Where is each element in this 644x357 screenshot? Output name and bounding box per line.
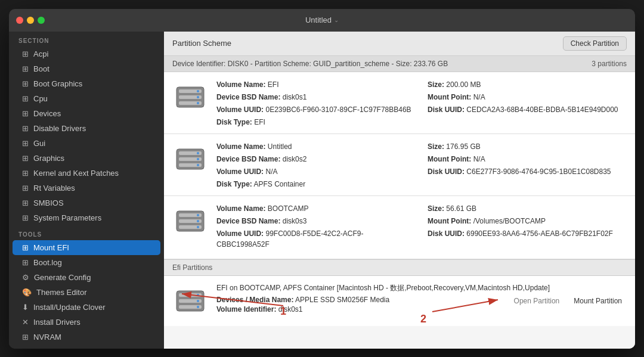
- sidebar-item-smbios[interactable]: ⊞ SMBIOS: [13, 195, 160, 210]
- grid-icon: ⊞: [22, 184, 29, 193]
- svg-point-18: [197, 214, 199, 216]
- disk-icon-2: [172, 141, 208, 177]
- tools-label: TOOLS: [9, 225, 164, 240]
- grid-icon: ⊞: [22, 213, 29, 222]
- title-dropdown-icon[interactable]: ⌄: [334, 17, 339, 23]
- main-content: SECTION ⊞ Acpi ⊞ Boot ⊞ Boot Graphics ⊞ …: [9, 32, 635, 349]
- install-drivers-icon: ✕: [22, 318, 29, 327]
- traffic-lights: [16, 17, 45, 24]
- install-icon: ⬇: [22, 303, 29, 312]
- close-button[interactable]: [16, 17, 23, 24]
- grid-icon: ⊞: [22, 109, 29, 118]
- sidebar: SECTION ⊞ Acpi ⊞ Boot ⊞ Boot Graphics ⊞ …: [9, 32, 164, 349]
- efi-title: EFI on BOOTCAMP, APFS Container [Macinto…: [216, 283, 627, 293]
- sidebar-item-install-update-clover[interactable]: ⬇ Install/Update Clover: [13, 300, 160, 315]
- efi-action-buttons: Open Partition Mount Partition: [509, 295, 627, 307]
- svg-point-11: [197, 152, 199, 154]
- disk-icon-1: [172, 79, 208, 115]
- efi-disk-icon: [172, 283, 208, 319]
- annotation-2: 2: [420, 313, 426, 325]
- maximize-button[interactable]: [38, 17, 45, 24]
- svg-point-12: [197, 158, 199, 160]
- efi-disk-svg: [174, 285, 206, 317]
- titlebar: Untitled ⌄: [9, 9, 635, 32]
- disk-svg-1: [174, 81, 206, 113]
- svg-point-13: [197, 164, 199, 166]
- sidebar-item-acpi[interactable]: ⊞ Acpi: [13, 46, 160, 61]
- grid-icon: ⊞: [22, 79, 29, 88]
- sidebar-item-boot-log[interactable]: ⊞ Boot.log: [13, 255, 160, 270]
- partition-info-2: Volume Name: Untitled Device BSD Name: d…: [216, 141, 627, 188]
- partition-info-3: Volume Name: BOOTCAMP Device BSD Name: d…: [216, 203, 627, 252]
- grid-icon: ⊞: [22, 124, 29, 133]
- partitions-list: Volume Name: EFI Device BSD Name: disk0s…: [164, 72, 635, 349]
- check-partition-button[interactable]: Check Partition: [563, 36, 627, 51]
- uefi-icon: ⊞: [22, 347, 29, 349]
- generate-config-icon: ⚙: [22, 273, 29, 282]
- mount-partition-button[interactable]: Mount Partition: [569, 295, 627, 307]
- disk-svg-2: [174, 143, 206, 175]
- svg-point-5: [197, 96, 199, 98]
- partition-info-1: Volume Name: EFI Device BSD Name: disk0s…: [216, 79, 627, 126]
- partition-item-efi: Volume Name: EFI Device BSD Name: disk0s…: [164, 72, 635, 134]
- disk-svg-3: [174, 205, 206, 237]
- grid-icon: ⊞: [22, 64, 29, 73]
- window-title: Untitled ⌄: [305, 15, 339, 24]
- sidebar-item-gui[interactable]: ⊞ Gui: [13, 136, 160, 151]
- sidebar-item-rt-variables[interactable]: ⊞ Rt Variables: [13, 181, 160, 195]
- efi-section-label: Efi Partitions: [164, 259, 635, 276]
- sidebar-item-uefi[interactable]: ⊞ UEFI...: [13, 344, 160, 349]
- partition-scheme-label: Partition Scheme: [172, 39, 231, 48]
- grid-icon: ⊞: [22, 198, 29, 207]
- nvram-icon: ⊞: [22, 333, 29, 342]
- sidebar-item-nvram[interactable]: ⊞ NVRAM: [13, 330, 160, 344]
- svg-point-20: [197, 226, 199, 228]
- minimize-button[interactable]: [27, 17, 34, 24]
- efi-partition-item: EFI on BOOTCAMP, APFS Container [Macinto…: [164, 276, 635, 326]
- sidebar-item-mount-efi[interactable]: ⊞ Mount EFI: [13, 240, 160, 255]
- sidebar-item-devices[interactable]: ⊞ Devices: [13, 106, 160, 121]
- device-info-text: Device Identifier: DISK0 - Partition Sch…: [172, 60, 448, 68]
- sidebar-item-generate-config[interactable]: ⚙ Generate Config: [13, 270, 160, 285]
- mount-efi-icon: ⊞: [22, 243, 29, 252]
- themes-icon: 🎨: [22, 288, 32, 297]
- sidebar-item-themes-editor[interactable]: 🎨 Themes Editor: [13, 285, 160, 300]
- right-panel: Partition Scheme Check Partition Device …: [164, 32, 635, 349]
- sidebar-item-graphics[interactable]: ⊞ Graphics: [13, 151, 160, 166]
- svg-point-4: [197, 90, 199, 92]
- sidebar-item-kernel-kext[interactable]: ⊞ Kernel and Kext Patches: [13, 166, 160, 181]
- partition-item-bootcamp: Volume Name: BOOTCAMP Device BSD Name: d…: [164, 196, 635, 259]
- svg-point-6: [197, 102, 199, 104]
- svg-point-19: [197, 220, 199, 222]
- partition-count: 3 partitions: [592, 60, 627, 68]
- svg-point-25: [197, 294, 199, 296]
- sidebar-item-install-drivers[interactable]: ✕ Install Drivers: [13, 315, 160, 330]
- partition-item-untitled: Volume Name: Untitled Device BSD Name: d…: [164, 134, 635, 196]
- svg-point-26: [197, 300, 199, 302]
- sidebar-item-boot[interactable]: ⊞ Boot: [13, 61, 160, 76]
- sidebar-item-system-parameters[interactable]: ⊞ System Parameters: [13, 210, 160, 225]
- svg-point-27: [197, 306, 199, 308]
- main-window: Untitled ⌄ SECTION ⊞ Acpi ⊞ Boot ⊞ Boot …: [9, 9, 635, 349]
- grid-icon: ⊞: [22, 169, 29, 178]
- disk-icon-3: [172, 203, 208, 239]
- panel-toolbar: Partition Scheme Check Partition: [164, 32, 635, 56]
- device-info-bar: Device Identifier: DISK0 - Partition Sch…: [164, 56, 635, 72]
- section-label: SECTION: [9, 32, 164, 46]
- sidebar-item-boot-graphics[interactable]: ⊞ Boot Graphics: [13, 76, 160, 91]
- grid-icon: ⊞: [22, 154, 29, 163]
- grid-icon: ⊞: [22, 139, 29, 148]
- sidebar-item-disable-drivers[interactable]: ⊞ Disable Drivers: [13, 121, 160, 136]
- sidebar-item-cpu[interactable]: ⊞ Cpu: [13, 91, 160, 106]
- boot-log-icon: ⊞: [22, 258, 29, 267]
- open-partition-button[interactable]: Open Partition: [509, 295, 565, 307]
- grid-icon: ⊞: [22, 94, 29, 103]
- grid-icon: ⊞: [22, 49, 29, 58]
